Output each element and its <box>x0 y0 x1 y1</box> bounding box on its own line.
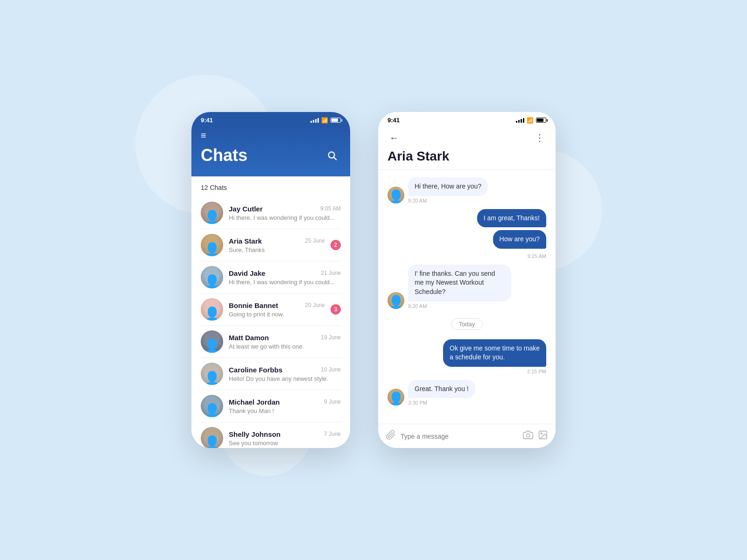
msg-content-6: Great. Thank you ! 3:30 PM <box>408 380 475 406</box>
msg-avatar-6 <box>388 389 404 406</box>
chat-preview-6: Hello! Do you have any newest style. <box>229 375 341 382</box>
chat-item-5[interactable]: Matt Damon19 JuneAt least we go with thi… <box>191 326 350 357</box>
msg-bubble-2: I am great, Thanks! <box>477 209 546 228</box>
attach-button[interactable] <box>386 430 396 442</box>
unread-badge-4: 3 <box>331 304 341 315</box>
battery-icon-2 <box>536 118 546 123</box>
more-button[interactable]: ⋮ <box>533 130 546 145</box>
chat-name-5: Matt Damon <box>229 334 269 342</box>
chats-phone: 9:41 📶 ≡ Chats <box>191 112 350 448</box>
avatar-4 <box>201 298 223 321</box>
message-input[interactable] <box>401 433 518 440</box>
msg-bubble-6: Great. Thank you ! <box>408 380 475 399</box>
svg-line-1 <box>334 157 336 160</box>
chat-detail-inner: 9:41 📶 ← ⋮ <box>378 112 556 448</box>
today-label: Today <box>451 318 483 330</box>
status-icons-2: 📶 <box>516 117 546 124</box>
input-area <box>378 424 556 448</box>
chat-time-5: 19 June <box>321 334 341 341</box>
signal-icon-1 <box>310 118 319 123</box>
message-6: Great. Thank you ! 3:30 PM <box>388 380 546 406</box>
chat-preview-8: See you tomorrow <box>229 440 341 447</box>
message-2-3-group: I am great, Thanks! How are you? 9:25 AM <box>388 209 546 259</box>
message-5: Ok give me some time to make a schedule … <box>388 339 546 374</box>
chat-name-7: Michael Jordan <box>229 398 280 406</box>
camera-button[interactable] <box>523 430 533 442</box>
chat-info-5: Matt Damon19 JuneAt least we go with thi… <box>229 334 341 350</box>
image-button[interactable] <box>538 430 548 442</box>
avatar-1 <box>201 202 223 224</box>
back-button[interactable]: ← <box>388 131 401 145</box>
chat-time-2: 25 June <box>305 238 325 244</box>
messages-area: Hi there, How are you? 9:20 AM I am grea… <box>378 170 556 424</box>
msg-bubble-4: I' fine thanks. Can you send me my Newes… <box>408 265 511 301</box>
signal-icon-2 <box>516 118 524 123</box>
chat-time-3: 21 June <box>321 270 341 276</box>
menu-icon[interactable]: ≡ <box>201 130 341 141</box>
chat-name-2: Aria Stark <box>229 237 262 245</box>
status-bar-2: 9:41 📶 <box>378 112 556 126</box>
status-icons-1: 📶 <box>310 117 341 124</box>
chat-name-4: Bonnie Bannet <box>229 301 278 309</box>
scene: 9:41 📶 ≡ Chats <box>191 112 556 448</box>
chats-header-row: Chats <box>201 146 341 165</box>
chat-name-3: David Jake <box>229 269 265 277</box>
chat-preview-2: Sure, Thanks <box>229 246 325 253</box>
msg-content-5: Ok give me some time to make a schedule … <box>443 339 546 374</box>
avatar-7 <box>201 395 223 417</box>
msg-bubble-3: How are you? <box>493 230 546 249</box>
status-time-2: 9:41 <box>388 117 400 124</box>
msg-bubble-1: Hi there, How are you? <box>408 177 488 196</box>
chat-name-6: Caroline Forbbs <box>229 366 282 374</box>
chat-preview-7: Thank you Man ! <box>229 407 341 414</box>
msg-avatar-4 <box>388 292 404 309</box>
status-bar-1: 9:41 📶 <box>191 112 350 126</box>
msg-avatar-1 <box>388 187 404 203</box>
chat-preview-4: Going to print it now. <box>229 311 325 318</box>
chat-info-6: Caroline Forbbs10 JuneHello! Do you have… <box>229 366 341 382</box>
avatar-5 <box>201 330 223 353</box>
chat-info-3: David Jake21 JuneHi there, I was wonderi… <box>229 269 341 286</box>
chat-preview-3: Hi there, I was wondering if you could..… <box>229 279 341 286</box>
chat-item-2[interactable]: Aria Stark25 JuneSure, Thanks2 <box>191 229 350 261</box>
chat-item-8[interactable]: Shelly Johnson7 JuneSee you tomorrow <box>191 422 350 448</box>
chat-time-7: 9 June <box>324 399 341 405</box>
chat-info-8: Shelly Johnson7 JuneSee you tomorrow <box>229 430 341 447</box>
chats-list: 12 Chats Jay Cutler9:05 AMHi there, I wa… <box>191 176 350 448</box>
chat-item-6[interactable]: Caroline Forbbs10 JuneHello! Do you have… <box>191 358 350 390</box>
msg-content-4: I' fine thanks. Can you send me my Newes… <box>408 265 511 309</box>
chat-name-1: Jay Cutler <box>229 205 263 213</box>
chat-time-4: 20 June <box>305 302 325 308</box>
avatar-8 <box>201 427 223 448</box>
sent-group: I am great, Thanks! How are you? 9:25 AM <box>477 209 546 259</box>
message-4: I' fine thanks. Can you send me my Newes… <box>388 265 546 309</box>
chat-info-2: Aria Stark25 JuneSure, Thanks <box>229 237 325 253</box>
avatar-3 <box>201 266 223 288</box>
search-button[interactable] <box>323 147 341 164</box>
chat-item-7[interactable]: Michael Jordan9 JuneThank you Man ! <box>191 390 350 422</box>
chats-count: 12 Chats <box>191 184 350 197</box>
chat-nav: ← ⋮ <box>388 130 546 145</box>
message-1: Hi there, How are you? 9:20 AM <box>388 177 546 203</box>
avatar-2 <box>201 234 223 256</box>
avatar-6 <box>201 363 223 385</box>
status-time-1: 9:41 <box>201 117 213 124</box>
chat-info-7: Michael Jordan9 JuneThank you Man ! <box>229 398 341 414</box>
chat-info-1: Jay Cutler9:05 AMHi there, I was wonderi… <box>229 205 341 221</box>
chat-time-6: 10 June <box>321 366 341 373</box>
wifi-icon-1: 📶 <box>321 117 328 124</box>
chats-title: Chats <box>201 146 247 165</box>
chat-preview-1: Hi there, I was wondering if you could..… <box>229 214 341 221</box>
chats-header: ≡ Chats <box>191 126 350 176</box>
battery-icon-1 <box>331 118 341 123</box>
msg-content-1: Hi there, How are you? 9:20 AM <box>408 177 488 203</box>
chat-item-1[interactable]: Jay Cutler9:05 AMHi there, I was wonderi… <box>191 197 350 229</box>
chat-time-1: 9:05 AM <box>320 205 341 212</box>
chat-item-3[interactable]: David Jake21 JuneHi there, I was wonderi… <box>191 261 350 293</box>
chats-container: Jay Cutler9:05 AMHi there, I was wonderi… <box>191 197 350 448</box>
chat-detail-phone: 9:41 📶 ← ⋮ <box>378 112 556 448</box>
chat-item-4[interactable]: Bonnie Bannet20 JuneGoing to print it no… <box>191 294 350 325</box>
msg-bubble-5: Ok give me some time to make a schedule … <box>443 339 546 367</box>
svg-point-2 <box>526 434 529 437</box>
msg-time-3: 9:25 AM <box>528 253 546 259</box>
